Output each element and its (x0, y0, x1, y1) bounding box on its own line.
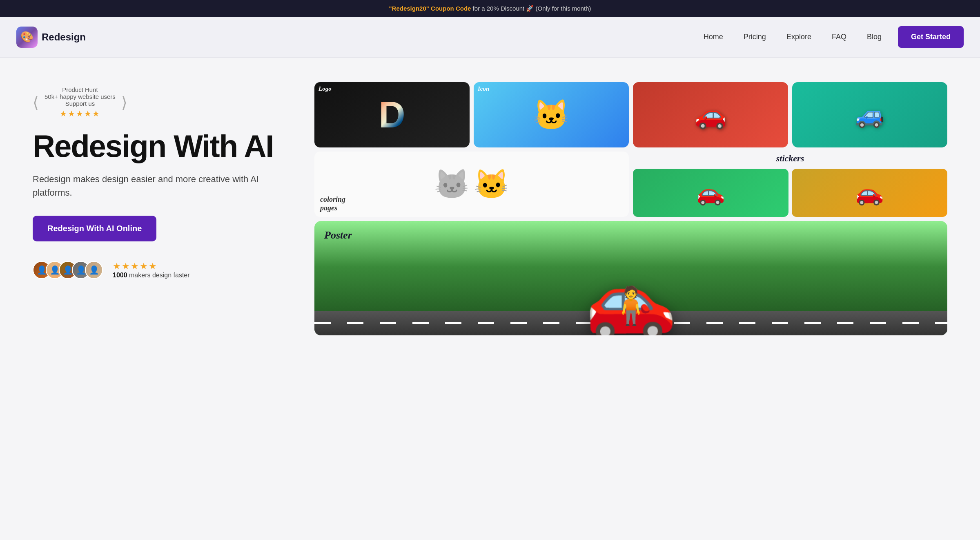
car-gold-icon: 🚗 (855, 179, 884, 206)
social-proof: 👤 👤 👤 👤 👤 ★★★★★ 1000 makers design faste… (33, 261, 298, 279)
hero-headline: Redesign With AI (33, 130, 298, 163)
grid-sticker-area: stickers 🚗 🚗 (633, 152, 947, 217)
car-teal-icon: 🚙 (855, 101, 884, 129)
nav-link-blog[interactable]: Blog (867, 33, 882, 41)
social-stars: ★★★★★ (113, 261, 190, 272)
hero-section: ⟨ Product Hunt 50k+ happy website users … (0, 58, 980, 540)
poster-scene: 🚗 🧍 (314, 221, 947, 335)
logo-text: Redesign (42, 31, 86, 43)
coupon-code: "Redesign20" Coupon Code (389, 5, 471, 12)
hero-image-grid: Logo D Icon 🐱 🚗 🚙 🐱 🐱 coloringpages stic… (314, 82, 947, 524)
hero-left: ⟨ Product Hunt 50k+ happy website users … (33, 82, 298, 524)
get-started-button[interactable]: Get Started (898, 26, 964, 48)
ph-subtitle: 50k+ happy website users (45, 93, 116, 100)
avatar-5: 👤 (85, 261, 103, 279)
grid-cell-car-teal: 🚙 (792, 82, 947, 147)
announcement-bar: "Redesign20" Coupon Code for a 20% Disco… (0, 0, 980, 17)
logo-label: Logo (318, 85, 332, 92)
ph-stars: ★★★★★ (45, 109, 116, 118)
stickers-title: stickers (633, 152, 947, 165)
product-hunt-badge: ⟨ Product Hunt 50k+ happy website users … (33, 86, 298, 118)
icon-label: Icon (478, 85, 489, 92)
nav-link-pricing[interactable]: Pricing (744, 33, 766, 41)
laurel-right: ⟩ (121, 95, 127, 110)
grid-cell-car-red: 🚗 (633, 82, 788, 147)
laurel-left: ⟨ (33, 95, 39, 110)
nav-links: Home Pricing Explore FAQ Blog (704, 33, 882, 41)
grid-cell-poster: Poster 🚗 🧍 (314, 221, 947, 335)
coloring-label: coloringpages (320, 195, 345, 213)
nav-link-faq[interactable]: FAQ (832, 33, 846, 41)
navbar: 🎨 Redesign Home Pricing Explore FAQ Blog… (0, 17, 980, 58)
hero-description: Redesign makes design easier and more cr… (33, 172, 261, 199)
social-text: ★★★★★ 1000 makers design faster (113, 261, 190, 279)
cta-button[interactable]: Redesign With AI Online (33, 216, 156, 241)
ph-support: Support us (45, 100, 116, 107)
social-count: 1000 makers design faster (113, 272, 190, 279)
grid-cell-car-green: 🚗 (633, 169, 788, 217)
poster-person-icon: 🧍 (608, 284, 654, 327)
nav-link-home[interactable]: Home (704, 33, 723, 41)
grid-cell-icon: Icon 🐱 (474, 82, 629, 147)
ph-title: Product Hunt (45, 86, 116, 93)
nav-link-explore[interactable]: Explore (786, 33, 811, 41)
logo-icon: 🎨 (16, 27, 38, 48)
grid-cell-coloring: 🐱 🐱 coloringpages (314, 152, 629, 217)
ph-text: Product Hunt 50k+ happy website users Su… (45, 86, 116, 118)
logo[interactable]: 🎨 Redesign (16, 27, 86, 48)
cat-sketch-icon: 🐱 (434, 167, 470, 201)
car-green-icon: 🚗 (697, 179, 725, 206)
grid-cell-logo: Logo D (314, 82, 470, 147)
announcement-suffix: for a 20% Discount 🚀 (Only for this mont… (471, 5, 591, 12)
car-red-icon: 🚗 (694, 100, 727, 130)
grid-cell-car-gold: 🚗 (792, 169, 947, 217)
logo-d-letter: D (379, 96, 405, 133)
avatar-group: 👤 👤 👤 👤 👤 (33, 261, 98, 279)
cat-icon: 🐱 (533, 98, 570, 132)
cat-color-icon: 🐱 (474, 167, 509, 201)
